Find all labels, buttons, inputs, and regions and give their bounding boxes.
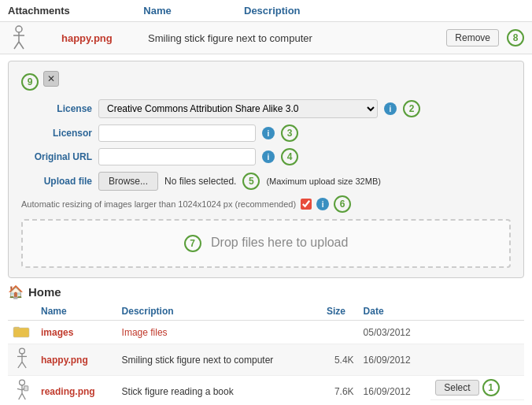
licensor-info-icon[interactable]: i	[262, 127, 275, 139]
col-description-header: Description	[117, 303, 322, 321]
drop-zone[interactable]: 7 Drop files here to upload	[21, 219, 511, 268]
row-date: 16/09/2012	[359, 376, 431, 406]
col-icon-header	[8, 303, 36, 321]
file-browser-table: Name Description Size Date images Image …	[8, 303, 524, 405]
attachments-title: Attachments	[8, 5, 71, 17]
col-action-header	[430, 303, 524, 321]
license-select[interactable]: Creative Commons Attribution Share Alike…	[98, 99, 378, 118]
svg-point-11	[20, 380, 25, 385]
row-icon-cell	[8, 344, 36, 376]
col-description-header: Description	[244, 5, 301, 17]
folder-icon	[13, 324, 30, 338]
original-url-row: Original URL i 4	[21, 148, 511, 165]
svg-line-9	[18, 362, 22, 368]
badge-5: 5	[242, 173, 260, 190]
remove-button[interactable]: Remove	[446, 29, 499, 46]
browse-button[interactable]: Browse...	[98, 172, 158, 191]
license-row: License Creative Commons Attribution Sha…	[21, 99, 511, 118]
license-info-icon[interactable]: i	[384, 102, 397, 115]
upload-file-label: Upload file	[21, 176, 92, 187]
browser-heading: 🏠 Home	[8, 284, 524, 299]
licensor-label: Licensor	[21, 128, 92, 139]
row-date: 05/03/2012	[359, 321, 431, 344]
row-description: Stick figure reading a book	[117, 376, 322, 406]
svg-line-16	[22, 393, 25, 399]
table-row: reading.png Stick figure reading a book …	[8, 376, 524, 406]
row-size: 7.6K	[322, 376, 359, 406]
row-icon-cell	[8, 376, 36, 406]
uploaded-file-row: happy.png Smiling stick figure next to c…	[0, 21, 532, 54]
uploaded-file-name: happy.png	[61, 32, 140, 44]
svg-point-0	[16, 26, 22, 32]
col-date-header: Date	[359, 303, 431, 321]
original-url-input[interactable]	[98, 148, 256, 165]
row-name[interactable]: reading.png	[36, 376, 117, 406]
row-name[interactable]: images	[36, 321, 117, 344]
svg-line-10	[22, 362, 26, 368]
auto-resize-info-icon[interactable]: i	[316, 198, 329, 210]
close-panel-button[interactable]: ✕	[43, 71, 59, 87]
svg-rect-17	[24, 386, 28, 391]
stick-figure-icon	[8, 25, 30, 50]
row-date: 16/09/2012	[359, 344, 431, 376]
license-label: License	[21, 103, 92, 114]
max-upload-text: (Maximum upload size 32MB)	[266, 176, 381, 186]
badge-4: 4	[281, 148, 298, 165]
table-row: happy.png Smiling stick figure next to c…	[8, 344, 524, 376]
svg-line-4	[19, 42, 24, 49]
licensor-input[interactable]	[98, 124, 256, 142]
row-size	[322, 321, 359, 344]
home-icon: 🏠	[8, 284, 24, 299]
badge-9: 9	[21, 73, 39, 91]
badge-7: 7	[184, 235, 201, 252]
stick-figure-icon	[13, 347, 31, 370]
licensor-row: Licensor i 3	[21, 124, 511, 142]
row-description: Smiling stick figure next to computer	[117, 344, 322, 376]
svg-point-6	[20, 348, 25, 354]
col-size-header: Size	[322, 303, 359, 321]
col-name-header: Name	[36, 303, 117, 321]
badge-6: 6	[334, 195, 351, 213]
reading-figure-icon	[13, 379, 31, 401]
auto-resize-text: Automatic resizing of images larger than…	[21, 199, 296, 209]
auto-resize-checkbox[interactable]	[301, 199, 312, 210]
upload-panel: 9 ✕ License Creative Commons Attribution…	[8, 61, 524, 278]
badge-1: 1	[482, 379, 500, 396]
uploaded-file-description: Smiling stick figure next to computer	[148, 32, 438, 44]
row-icon-cell	[8, 321, 36, 344]
col-name-header: Name	[118, 5, 197, 17]
no-files-text: No files selected.	[164, 176, 236, 187]
original-url-label: Original URL	[21, 151, 92, 162]
row-size: 5.4K	[322, 344, 359, 376]
attachments-header: Attachments Name Description	[0, 0, 532, 21]
file-browser: 🏠 Home Name Description Size Date images…	[8, 284, 524, 405]
auto-resize-row: Automatic resizing of images larger than…	[21, 195, 511, 213]
badge-8: 8	[507, 29, 524, 46]
badge-3: 3	[281, 124, 298, 142]
svg-rect-5	[13, 328, 29, 337]
table-row: images Image files 05/03/2012	[8, 321, 524, 344]
original-url-info-icon[interactable]: i	[262, 150, 275, 163]
select-button[interactable]: Select	[435, 380, 478, 396]
svg-line-3	[14, 42, 19, 49]
svg-line-15	[19, 393, 22, 399]
upload-file-row: Upload file Browse... No files selected.…	[21, 172, 511, 191]
row-description: Image files	[117, 321, 322, 344]
drop-zone-text: Drop files here to upload	[211, 236, 348, 249]
badge-2: 2	[403, 100, 420, 117]
row-name[interactable]: happy.png	[36, 344, 117, 376]
svg-line-13	[17, 388, 22, 390]
browser-heading-text: Home	[28, 285, 61, 299]
